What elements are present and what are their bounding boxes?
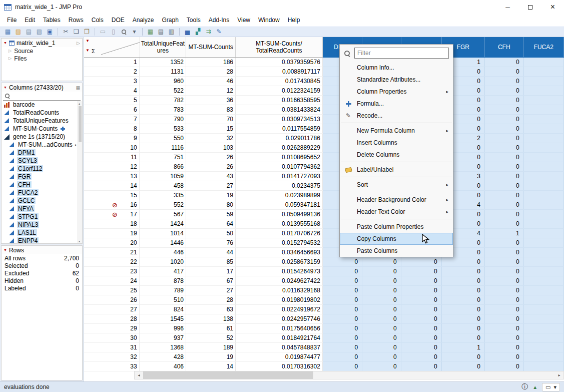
row-number-cell[interactable]: 19 bbox=[84, 228, 140, 238]
cell-fuca2[interactable] bbox=[523, 266, 563, 276]
cell-fuca2[interactable] bbox=[523, 228, 563, 238]
menu-window[interactable]: Window bbox=[254, 15, 284, 25]
cell-mt-sum-counts[interactable]: 70 bbox=[186, 114, 236, 124]
run-script-icon[interactable]: ⇉ bbox=[204, 27, 213, 36]
cell-mt-sum-counts[interactable]: 76 bbox=[186, 238, 236, 247]
row-number-cell[interactable]: 28 bbox=[84, 314, 140, 323]
rows-red-triangle-icon[interactable]: ▼ bbox=[86, 49, 90, 53]
menu-item-recode[interactable]: ✎Recode... bbox=[340, 110, 453, 122]
cell-fuca2[interactable] bbox=[523, 76, 563, 86]
cell-cfh[interactable]: 0 bbox=[484, 247, 523, 257]
cell-mt-sum-counts-totalreadcounts[interactable]: 0.023989899 bbox=[236, 190, 323, 200]
cell-fuca2[interactable] bbox=[523, 105, 563, 114]
menu-item-column-info[interactable]: Column Info... bbox=[340, 62, 453, 74]
column-item-stpg1[interactable]: STPG1 bbox=[2, 213, 78, 221]
menu-analyze[interactable]: Analyze bbox=[129, 15, 158, 25]
column-item-barcode[interactable]: barcode bbox=[2, 101, 78, 109]
menu-item-header-background-color[interactable]: Header Background Color▸ bbox=[340, 194, 453, 206]
zoom-dropdown-icon[interactable]: ▾ bbox=[130, 27, 139, 36]
row-number-cell[interactable]: 2 bbox=[84, 67, 140, 76]
cell-cfh[interactable]: 0 bbox=[484, 333, 523, 342]
row-number-cell[interactable]: 32 bbox=[84, 352, 140, 361]
cell-totaluniquefeatures[interactable]: 1020 bbox=[140, 257, 186, 266]
cell-cfh[interactable]: 0 bbox=[484, 257, 523, 266]
cell-mt-sum-counts[interactable]: 28 bbox=[186, 295, 236, 304]
column-item-cfh[interactable]: CFH bbox=[2, 181, 78, 189]
cell-totaluniquefeatures[interactable]: 1446 bbox=[140, 238, 186, 247]
zoom-icon[interactable] bbox=[119, 27, 129, 36]
cell-scyl3[interactable]: 0 bbox=[362, 342, 401, 352]
column-item-las1l[interactable]: LAS1L bbox=[2, 229, 78, 237]
disclosure-icon[interactable]: ▷ bbox=[9, 49, 12, 53]
cell-dpm1[interactable]: 0 bbox=[322, 352, 362, 361]
cell-mt-sum-counts[interactable]: 19 bbox=[186, 352, 236, 361]
cell-fuca2[interactable] bbox=[523, 333, 563, 342]
cell-totaluniquefeatures[interactable]: 824 bbox=[140, 304, 186, 314]
cell-cfh[interactable]: 0 bbox=[484, 86, 523, 95]
cell-mt-sum-counts[interactable]: 12 bbox=[186, 86, 236, 95]
cell-totaluniquefeatures[interactable]: 428 bbox=[140, 352, 186, 361]
cell-fgr[interactable]: 0 bbox=[441, 304, 484, 314]
annotate-icon[interactable]: ✎ bbox=[214, 27, 224, 36]
cell-fuca2[interactable] bbox=[523, 238, 563, 247]
row-number-cell[interactable]: 7 bbox=[84, 114, 140, 124]
cell-mt-sum-counts[interactable]: 83 bbox=[186, 105, 236, 114]
cell-totaluniquefeatures[interactable]: 567 bbox=[140, 209, 186, 219]
cell-mt-sum-counts-totalreadcounts[interactable]: 0.0139555168 bbox=[236, 219, 323, 228]
cell-mt-sum-counts[interactable]: 17 bbox=[186, 266, 236, 276]
row-number-cell[interactable]: 26 bbox=[84, 295, 140, 304]
cell-totaluniquefeatures[interactable]: 960 bbox=[140, 76, 186, 86]
menu-item-delete-columns[interactable]: Delete Columns bbox=[340, 149, 453, 161]
cell-fuca2[interactable] bbox=[523, 181, 563, 190]
menu-item-standardize-attributes[interactable]: Standardize Attributes... bbox=[340, 74, 453, 86]
cell-mt-sum-counts[interactable]: 26 bbox=[186, 152, 236, 162]
cell-totaluniquefeatures[interactable]: 1545 bbox=[140, 314, 186, 323]
scroll-right-icon[interactable]: ▸ bbox=[555, 373, 563, 377]
cell-cfh[interactable]: 0 bbox=[484, 352, 523, 361]
filter-input[interactable] bbox=[354, 48, 449, 59]
cell-dpm1[interactable]: 0 bbox=[322, 285, 362, 295]
print-preview-icon[interactable]: ▯ bbox=[109, 27, 118, 36]
horizontal-scrollbar[interactable]: ◂ ▸ bbox=[134, 371, 564, 379]
column-header-mt-sum-counts[interactable]: MT-SUM-Counts bbox=[186, 37, 236, 57]
sidebar-item-files[interactable]: ▷Files bbox=[2, 55, 82, 62]
menu-item-paste-column-properties[interactable]: Paste Column Properties bbox=[340, 221, 453, 233]
cell-fuca2[interactable] bbox=[523, 143, 563, 152]
cell-fgr[interactable]: 0 bbox=[441, 314, 484, 323]
menu-item-formula[interactable]: Formula... bbox=[340, 98, 453, 110]
cell-cfh[interactable]: 0 bbox=[484, 171, 523, 181]
update-arrow-icon[interactable]: ▲ bbox=[532, 384, 537, 390]
row-number-cell[interactable]: 21 bbox=[84, 247, 140, 257]
cell-mt-sum-counts-totalreadcounts[interactable]: 0.0242957746 bbox=[236, 314, 323, 323]
save-icon[interactable]: ▣ bbox=[45, 27, 55, 36]
new-data-table-icon[interactable]: ▦ bbox=[3, 27, 13, 36]
cell-mt-sum-counts[interactable]: 28 bbox=[186, 67, 236, 76]
cell-cfh[interactable]: 0 bbox=[484, 152, 523, 162]
table-panel-header[interactable]: ▼ matrix_wide_1 ▷ bbox=[2, 39, 82, 47]
row-number-cell[interactable]: 23 bbox=[84, 266, 140, 276]
cell-mt-sum-counts[interactable]: 32 bbox=[186, 133, 236, 143]
bar-chart-icon[interactable]: ▅ bbox=[183, 27, 192, 36]
cell-cfh[interactable]: 0 bbox=[484, 143, 523, 152]
cell-fuca2[interactable] bbox=[523, 219, 563, 228]
cell-cfh[interactable]: 0 bbox=[484, 209, 523, 219]
row-number-cell[interactable]: 29 bbox=[84, 323, 140, 333]
column-header-cfh[interactable]: CFH bbox=[484, 37, 523, 57]
disclosure-icon[interactable]: ▷ bbox=[9, 56, 12, 61]
column-item-gclc[interactable]: GCLC bbox=[2, 197, 78, 205]
menu-file[interactable]: File bbox=[3, 15, 21, 25]
cell-dpm1[interactable]: 0 bbox=[322, 323, 362, 333]
cell-mt-sum-counts-totalreadcounts[interactable]: 0.0107794362 bbox=[236, 162, 323, 171]
row-selector-header[interactable]: ▼▼Σ bbox=[84, 37, 140, 57]
cell-mt-sum-counts[interactable]: 67 bbox=[186, 276, 236, 285]
columns-settings-icon[interactable]: ▦ bbox=[76, 85, 80, 90]
maximize-button[interactable] bbox=[519, 0, 541, 14]
column-item-totaluniquefeatures[interactable]: TotalUniqueFeatures bbox=[2, 117, 78, 125]
cell-dpm1[interactable]: 0 bbox=[322, 342, 362, 352]
cell-fuca2[interactable] bbox=[523, 257, 563, 266]
cell-mt-sum-counts-totalreadcounts[interactable]: 0.0258673159 bbox=[236, 257, 323, 266]
cell-dpm1[interactable]: 0 bbox=[322, 361, 362, 371]
cell-fuca2[interactable] bbox=[523, 352, 563, 361]
cell-scyl3[interactable]: 0 bbox=[362, 304, 401, 314]
cell-mt-sum-counts-totalreadcounts[interactable]: 0.0117554859 bbox=[236, 124, 323, 133]
